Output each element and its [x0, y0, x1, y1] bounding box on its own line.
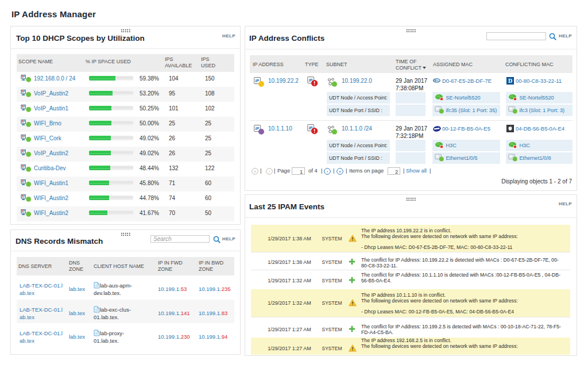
svg-text:«: «: [254, 169, 257, 174]
svg-text:›: ›: [327, 169, 328, 174]
svg-text:D: D: [508, 78, 512, 84]
svg-text:DELL: DELL: [434, 79, 440, 82]
svg-text:IP: IP: [256, 126, 260, 131]
svg-text:»: »: [339, 169, 342, 174]
svg-text:‹: ‹: [269, 169, 270, 174]
svg-text:IP: IP: [256, 79, 260, 83]
